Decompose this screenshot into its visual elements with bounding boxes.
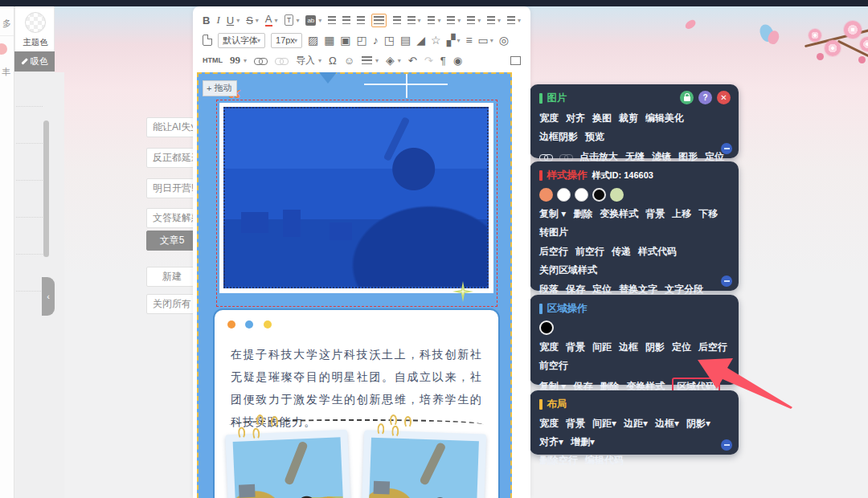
caret-icon[interactable]: ▾ <box>477 17 481 24</box>
content-card[interactable]: 在提子科技大学这片科技沃土上，科技创新社无疑是璀璨夺目的明星社团。自成立以来，社… <box>213 308 500 498</box>
paragraph-mark-icon[interactable]: ¶ <box>440 55 446 67</box>
strikethrough-button[interactable]: S <box>246 14 253 27</box>
panel-action[interactable]: 裁剪 <box>619 112 638 125</box>
article-tab[interactable]: 反正都延迟 <box>146 148 198 168</box>
panel-action[interactable]: 间距 <box>592 341 612 354</box>
article-tab[interactable]: 文答疑解惑 <box>146 208 198 228</box>
collapse-sidebar-tab[interactable]: ‹ <box>42 277 55 316</box>
panel-action[interactable]: 删除 <box>573 207 592 221</box>
panel-action[interactable]: 编辑代码 <box>585 454 624 467</box>
scrollbar[interactable] <box>43 120 49 257</box>
list-icon[interactable] <box>362 56 372 65</box>
caret-icon[interactable]: ▾ <box>296 17 299 24</box>
article-tab[interactable]: 明日开营! <box>146 178 198 198</box>
editor-canvas[interactable]: +拖动 “ <box>193 69 530 498</box>
highlight-button[interactable]: ab <box>305 15 316 26</box>
table-icon[interactable]: ▦ <box>324 35 334 46</box>
new-document-icon[interactable] <box>203 35 212 46</box>
caret-icon[interactable]: ▾ <box>256 17 259 24</box>
drag-handle[interactable]: +拖动 <box>203 80 237 96</box>
swatch-white[interactable] <box>575 188 588 202</box>
panel-action[interactable]: 下移 <box>698 207 718 221</box>
html-source-button[interactable]: HTML <box>203 56 223 64</box>
underline-button[interactable]: U <box>227 14 234 27</box>
photo-icon[interactable]: ◰ <box>357 35 367 46</box>
caret-icon[interactable]: ▾ <box>244 57 247 64</box>
theme-color-swatch[interactable] <box>25 12 46 33</box>
close-all-button[interactable]: 关闭所有 <box>146 294 198 314</box>
panel-action[interactable]: 阴影 <box>645 341 665 354</box>
import-button[interactable]: 导入 <box>296 54 315 67</box>
line-height-icon[interactable] <box>467 16 475 25</box>
panel-action[interactable]: 变换样式 <box>600 207 638 221</box>
collapse-panel-button[interactable] <box>721 143 732 154</box>
caret-icon[interactable]: ▾ <box>418 17 421 24</box>
caret-icon[interactable]: ▾ <box>497 17 501 24</box>
panel-action[interactable]: 转图片 <box>539 226 568 239</box>
fullscreen-icon[interactable] <box>510 56 521 65</box>
lock-button[interactable] <box>680 91 694 104</box>
print-icon[interactable]: ▤ <box>400 35 411 46</box>
panel-action[interactable]: 传递 <box>612 245 631 259</box>
panel-action[interactable]: 间距▾ <box>592 417 616 431</box>
undo-icon[interactable]: ↶ <box>408 55 417 67</box>
font-family-select[interactable]: 默认字体▾ <box>218 33 265 48</box>
polaroid-photo[interactable] <box>361 430 486 498</box>
caret-icon[interactable]: ▾ <box>375 57 379 64</box>
article-region-selected[interactable]: +拖动 “ <box>197 72 512 498</box>
clear-format-icon[interactable]: ▨ <box>308 35 318 46</box>
panel-action[interactable]: 编辑美化 <box>645 112 684 125</box>
caret-icon[interactable]: ▾ <box>490 37 493 44</box>
swatch-black[interactable] <box>592 188 606 202</box>
align-center-icon[interactable] <box>342 16 350 25</box>
article-tab[interactable]: 能让AI失业 <box>146 117 198 137</box>
distribute-icon[interactable] <box>447 16 455 25</box>
close-button[interactable]: ✕ <box>717 91 731 104</box>
emoji-button[interactable]: ☺ <box>344 55 354 67</box>
caret-icon[interactable]: ▾ <box>318 17 321 24</box>
video-icon[interactable]: ◳ <box>384 35 395 46</box>
caret-icon[interactable]: ▾ <box>457 17 461 24</box>
favorite-icon[interactable]: ☆ <box>431 35 441 46</box>
image-icon[interactable]: ▣ <box>340 35 350 46</box>
font-color-button[interactable]: A <box>265 14 272 27</box>
caret-icon[interactable]: ▾ <box>318 57 321 64</box>
text-direction-icon[interactable] <box>507 16 515 25</box>
bold-button[interactable]: B <box>203 14 210 27</box>
ordered-list-icon[interactable] <box>487 16 495 25</box>
region-color-swatch[interactable] <box>539 320 554 335</box>
swatch-orange[interactable] <box>539 188 553 202</box>
panel-action[interactable]: 换图 <box>592 112 612 125</box>
panel-action[interactable]: 前空行 <box>575 245 604 259</box>
panel-action[interactable]: 边框 <box>619 341 638 354</box>
panel-action[interactable]: 关闭区域样式 <box>539 263 597 277</box>
panel-action[interactable]: 背景 <box>566 341 585 354</box>
caret-icon[interactable]: ▾ <box>518 17 521 24</box>
align-justify-icon-active[interactable] <box>371 14 387 27</box>
panel-action[interactable]: 背景 <box>566 417 585 431</box>
panel-action[interactable]: 上移 <box>672 207 691 221</box>
align-left-icon[interactable] <box>328 16 336 25</box>
caret-icon[interactable]: ▾ <box>437 17 440 24</box>
link-icon[interactable] <box>539 153 552 161</box>
eraser-icon[interactable]: ◢ <box>416 35 425 46</box>
article-tab-active[interactable]: 文章5 <box>146 231 198 251</box>
new-article-button[interactable]: 新建 <box>146 267 198 287</box>
panel-action[interactable]: 边框阴影 <box>539 130 578 144</box>
panel-action[interactable]: 边距▾ <box>624 417 648 431</box>
music-icon[interactable]: ♪ <box>373 35 379 46</box>
text-box-button[interactable]: T <box>285 14 294 26</box>
unlink-icon[interactable] <box>559 153 572 161</box>
eyedropper-button[interactable]: 吸色 <box>14 51 55 71</box>
stamp-icon[interactable]: ◈ <box>386 55 395 66</box>
collapse-panel-button[interactable] <box>721 439 732 451</box>
ad-box-icon[interactable]: ▭ <box>478 35 489 46</box>
selected-hero-image[interactable] <box>223 107 489 288</box>
search-icon[interactable]: ◎ <box>499 35 509 46</box>
panel-action[interactable]: 预览 <box>585 130 604 144</box>
paragraph-spacing-icon[interactable] <box>428 16 436 25</box>
caret-icon[interactable]: ▾ <box>275 17 278 24</box>
panel-action[interactable]: 前空行 <box>539 359 568 373</box>
collapse-panel-button[interactable] <box>721 276 732 287</box>
panel-action[interactable]: 宽度 <box>539 112 559 125</box>
